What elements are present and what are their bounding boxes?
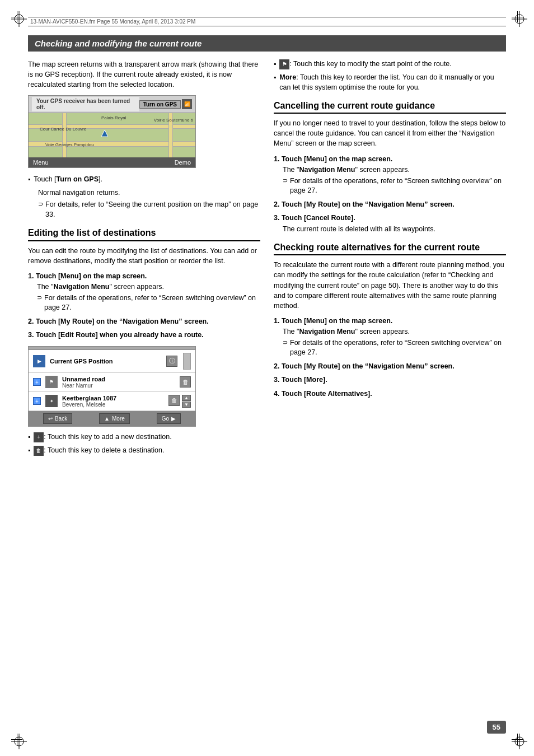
keet-delete-btn[interactable]: 🗑 [168,395,180,406]
unnamed-delete-btn[interactable]: 🗑 [180,376,191,388]
left-intro-text: The map screen returns with a transparen… [28,59,260,90]
scroll-bar [182,353,191,370]
map-bottom-bar: Menu Demo [29,157,195,167]
bullet-normal-nav: Normal navigation returns. [38,188,260,198]
scroll-thumb [183,353,191,370]
alt-step3: 3. Touch [More]. [274,375,506,385]
keet-order-btns: ▲ ▼ [182,395,191,408]
bullet-gps-note: ⊃ For details, refer to “Seeing the curr… [38,200,260,220]
left-column: The map screen returns with a transparen… [28,59,260,460]
start-point-icon: ⚑ [279,59,289,69]
route-more-btn[interactable]: ▲ More [99,413,130,424]
right-column: ▪ ⚑: Touch this key to modify the start … [274,59,506,460]
route-go-btn[interactable]: Go ▶ [157,413,181,424]
more-icon: ▲ [104,416,110,422]
map-road-area: Palais Royal Cour Carrée Du Louvre Voiri… [29,113,195,164]
alt-step4: 4. Touch [Route Alternatives]. [274,389,506,399]
alt-step2: 2. Touch [My Route] on the “Navigation M… [274,362,506,372]
cancel-section: Cancelling the current route guidance If… [274,100,506,234]
alternatives-section: Checking route alternatives for the curr… [274,242,506,399]
map-label-cour: Cour Carrée Du Louvre [40,127,86,132]
route-arrow-marker [101,130,108,137]
route-row-unnamed-text: Unnamed road Near Namur [62,376,175,389]
edit-section-title: Editing the list of destinations [28,227,260,241]
reg-mark-bottom-right [512,734,523,745]
map-screenshot: Your GPS receiver has been turned off. T… [28,95,196,168]
alternatives-intro: To recalculate the current route with a … [274,260,506,311]
gps-info-btn[interactable]: ⓘ [166,356,177,367]
gps-warning: Your GPS receiver has been turned off. [32,97,139,111]
gps-position-icon: ▶ [33,355,45,367]
cancel-intro: If you no longer need to travel to your … [274,118,506,148]
alt-step1-sub: The "Navigation Menu" screen appears. [283,327,506,337]
road-vertical-1 [62,113,67,164]
route-back-btn[interactable]: ↩ Back [43,413,72,424]
cancel-section-title: Cancelling the current route guidance [274,100,506,114]
unnamed-road-icon: ⚑ [45,376,58,388]
plus-waypoint-icon: + [33,378,41,386]
route-row-keet-actions: 🗑 ▲ ▼ [168,395,191,408]
go-icon: ▶ [171,416,176,422]
arrow-symbol: ⊃ [38,200,43,220]
bullet-turn-on-gps: ▪ Touch [Turn on GPS]. [28,175,260,185]
edit-step2: 2. Touch [My Route] on the “Navigation M… [28,317,260,327]
content-columns: The map screen returns with a transparen… [28,59,506,460]
map-label-voie-george: Voie Georges Pompidou [45,142,94,147]
delete-destination-icon: 🗑 [34,446,44,456]
cancel-step3: 3. Touch [Cancel Route]. The current rou… [274,213,506,234]
turn-on-gps-btn: Turn on GPS [139,100,181,109]
page-number: 55 [487,721,506,734]
bullet-add-dest: ▪ +: Touch this key to add a new destina… [28,432,260,442]
map-top-bar: Your GPS receiver has been turned off. T… [29,96,195,113]
map-menu-label: Menu [33,159,49,166]
edit-step1-sub: The "Navigation Menu" screen appears. [37,282,260,292]
bullet-start-point: ▪ ⚑: Touch this key to modify the start … [274,59,506,69]
svg-marker-12 [101,130,108,137]
add-destination-icon: + [34,432,44,442]
edit-step3: 3. Touch [Edit Route] when you already h… [28,330,260,340]
main-section-header: Checking and modifying the current route [28,35,506,52]
route-bottom-btns: ↩ Back ▲ More Go ▶ [29,411,195,426]
gps-signal-icon: 📶 [182,99,192,109]
map-label-voie-sout: Voirie Souterraine 6 [154,118,193,123]
keet-up-btn[interactable]: ▲ [182,395,191,401]
route-row-keet: + ✦ Keetberglaan 1087 Beveren, Melsele 🗑… [29,392,195,411]
edit-step1: 1. Touch [Menu] on the map screen. The "… [28,272,260,313]
alt-step1: 1. Touch [Menu] on the map screen. The "… [274,316,506,358]
alt-step1-note: ⊃ For details of the operations, refer t… [283,338,506,358]
back-icon: ↩ [48,416,53,422]
alternatives-section-title: Checking route alternatives for the curr… [274,242,506,255]
map-label-palais: Palais Royal [101,115,126,120]
file-info-text: 13-MAN-AVICF550-EN.fm Page 55 Monday, Ap… [30,18,195,25]
cancel-step2: 2. Touch [My Route] on the “Navigation M… [274,200,506,210]
route-row-keet-text: Keetberglaan 1087 Beveren, Melsele [62,395,164,408]
keet-down-btn[interactable]: ▼ [182,402,191,408]
plus-waypoint-icon-2: + [33,397,41,405]
page: 13-MAN-AVICF550-EN.fm Page 55 Monday, Ap… [0,0,534,756]
keet-icon: ✦ [45,395,58,407]
bullet-turn-on-text: Touch [Turn on GPS]. [34,175,102,185]
route-row-gps-actions: ⓘ [166,356,177,367]
cancel-step3-sub: The current route is deleted with all it… [283,225,506,235]
cancel-step1: 1. Touch [Menu] on the map screen. The "… [274,155,506,196]
bullet-del-dest: ▪ 🗑: Touch this key to delete a destinat… [28,446,260,456]
route-row-gps: ▶ Current GPS Position ⓘ [29,350,195,373]
edit-destinations-section: Editing the list of destinations You can… [28,227,260,455]
reg-mark-bottom-left [11,734,22,745]
file-info-bar: 13-MAN-AVICF550-EN.fm Page 55 Monday, Ap… [28,17,506,26]
route-row-unnamed: + ⚑ Unnamed road Near Namur 🗑 [29,373,195,392]
reg-mark-top-left [11,11,22,22]
edit-step1-note: ⊃ For details of the operations, refer t… [37,293,260,313]
map-demo-label: Demo [175,159,191,166]
cancel-step1-sub: The "Navigation Menu" screen appears. [283,165,506,175]
reg-mark-top-right [512,11,523,22]
cancel-step1-note: ⊃ For details of the operations, refer t… [283,176,506,196]
route-row-gps-text: Current GPS Position [50,358,162,365]
bullet-more: ▪ More: Touch this key to reorder the li… [274,73,506,92]
bullet-symbol: ▪ [28,175,30,185]
route-edit-screenshot: ▶ Current GPS Position ⓘ + [28,346,196,427]
edit-intro: You can edit the route by modifying the … [28,246,260,266]
